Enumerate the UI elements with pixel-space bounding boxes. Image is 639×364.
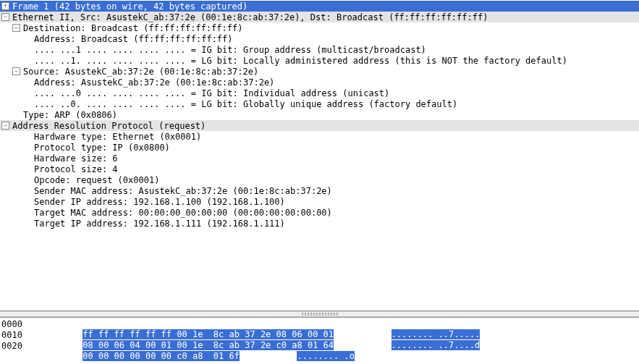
tree-label: Address: AsustekC_ab:37:2e (00:1e:8c:ab:… bbox=[34, 77, 274, 88]
tree-row-eth-src[interactable]: − Source: AsustekC_ab:37:2e (00:1e:8c:ab… bbox=[0, 66, 639, 77]
hex-line[interactable]: 0010 08 00 06 04 00 01 00 1e 8c ab 37 2e… bbox=[1, 330, 639, 341]
tree-label: Destination: Broadcast (ff:ff:ff:ff:ff:f… bbox=[23, 23, 242, 33]
tree-label: .... ..0. .... .... .... .... = LG bit: … bbox=[34, 99, 457, 109]
expander-minus-icon[interactable]: − bbox=[12, 67, 20, 75]
tree-row-arp-sendermac[interactable]: − Sender MAC address: AsustekC_ab:37:2e … bbox=[0, 185, 639, 196]
tree-row-arp[interactable]: − Address Resolution Protocol (request) bbox=[0, 120, 639, 131]
tree-label: Source: AsustekC_ab:37:2e (00:1e:8c:ab:3… bbox=[23, 67, 258, 77]
tree-row-eth-type[interactable]: − Type: ARP (0x0806) bbox=[0, 109, 639, 120]
tree-row-arp-protosize[interactable]: − Protocol size: 4 bbox=[0, 164, 639, 174]
tree-row-arp-targetmac[interactable]: − Target MAC address: 00:00:00_00:00:00 … bbox=[0, 207, 639, 218]
tree-row-arp-opcode[interactable]: − Opcode: request (0x0001) bbox=[0, 174, 639, 185]
tree-label: Protocol size: 4 bbox=[34, 164, 118, 174]
hex-ascii-selected: ........ ..7....d bbox=[392, 340, 481, 350]
tree-row-eth-src-igbit[interactable]: − .... ...0 .... .... .... .... = IG bit… bbox=[0, 88, 639, 98]
tree-row-eth-dst-lgbit[interactable]: − .... ..1. .... .... .... .... = LG bit… bbox=[0, 55, 639, 66]
tree-label: Target MAC address: 00:00:00_00:00:00 (0… bbox=[34, 208, 332, 218]
hex-offset: 0010 bbox=[1, 330, 30, 341]
hex-offset: 0020 bbox=[1, 341, 30, 352]
hex-line[interactable]: 0020 00 00 00 00 00 00 c0 a8 01 6f .....… bbox=[1, 341, 639, 352]
tree-row-eth-dst[interactable]: − Destination: Broadcast (ff:ff:ff:ff:ff… bbox=[0, 22, 639, 33]
tree-label: Sender IP address: 192.168.1.100 (192.16… bbox=[34, 197, 285, 207]
tree-label: Address Resolution Protocol (request) bbox=[12, 121, 206, 131]
tree-label: Type: ARP (0x0806) bbox=[23, 110, 117, 120]
expander-plus-icon[interactable]: + bbox=[1, 2, 9, 10]
packet-bytes-pane[interactable]: 0000 ff ff ff ff ff ff 00 1e 8c ab 37 2e… bbox=[0, 317, 639, 364]
tree-row-eth-src-lgbit[interactable]: − .... ..0. .... .... .... .... = LG bit… bbox=[0, 98, 639, 109]
hex-line[interactable]: 0000 ff ff ff ff ff ff 00 1e 8c ab 37 2e… bbox=[1, 319, 639, 330]
tree-row-ethernet[interactable]: − Ethernet II, Src: AsustekC_ab:37:2e (0… bbox=[0, 12, 639, 22]
tree-label: .... ...1 .... .... .... .... = IG bit: … bbox=[34, 45, 426, 55]
expander-minus-icon[interactable]: − bbox=[12, 24, 20, 32]
splitter-handle-icon bbox=[302, 313, 338, 316]
hex-offset: 0000 bbox=[1, 319, 30, 330]
tree-label: Hardware type: Ethernet (0x0001) bbox=[34, 132, 201, 142]
tree-row-eth-dst-igbit[interactable]: − .... ...1 .... .... .... .... = IG bit… bbox=[0, 44, 639, 55]
pane-splitter[interactable] bbox=[0, 311, 639, 317]
hex-bytes-selected: 00 00 00 00 00 00 c0 a8 01 6f bbox=[82, 351, 240, 361]
tree-label: Target IP address: 192.168.1.111 (192.16… bbox=[34, 219, 285, 229]
tree-row-frame[interactable]: + Frame 1 (42 bytes on wire, 42 bytes ca… bbox=[0, 1, 639, 12]
tree-label: Frame 1 (42 bytes on wire, 42 bytes capt… bbox=[12, 1, 247, 12]
tree-label: .... ...0 .... .... .... .... = IG bit: … bbox=[34, 88, 389, 98]
expander-minus-icon[interactable]: − bbox=[1, 122, 9, 130]
tree-row-arp-hwsize[interactable]: − Hardware size: 6 bbox=[0, 153, 639, 164]
tree-label: Protocol type: IP (0x0800) bbox=[34, 143, 170, 153]
tree-label: Sender MAC address: AsustekC_ab:37:2e (0… bbox=[34, 186, 332, 196]
tree-row-eth-src-address[interactable]: − Address: AsustekC_ab:37:2e (00:1e:8c:a… bbox=[0, 77, 639, 88]
tree-label: Hardware size: 6 bbox=[34, 153, 118, 164]
tree-label: Opcode: request (0x0001) bbox=[34, 175, 159, 185]
tree-row-arp-hwtype[interactable]: − Hardware type: Ethernet (0x0001) bbox=[0, 131, 639, 142]
tree-label: .... ..1. .... .... .... .... = LG bit: … bbox=[34, 56, 567, 66]
packet-details-tree[interactable]: + Frame 1 (42 bytes on wire, 42 bytes ca… bbox=[0, 0, 639, 311]
tree-row-arp-targetip[interactable]: − Target IP address: 192.168.1.111 (192.… bbox=[0, 218, 639, 229]
tree-label: Address: Broadcast (ff:ff:ff:ff:ff:ff) bbox=[34, 34, 233, 44]
tree-label: Ethernet II, Src: AsustekC_ab:37:2e (00:… bbox=[12, 12, 488, 22]
hex-ascii-selected: ........ .o bbox=[297, 351, 354, 361]
tree-row-arp-senderip[interactable]: − Sender IP address: 192.168.1.100 (192.… bbox=[0, 196, 639, 207]
tree-row-arp-prototype[interactable]: − Protocol type: IP (0x0800) bbox=[0, 142, 639, 153]
tree-row-eth-dst-address[interactable]: − Address: Broadcast (ff:ff:ff:ff:ff:ff) bbox=[0, 33, 639, 44]
expander-minus-icon[interactable]: − bbox=[1, 13, 9, 21]
